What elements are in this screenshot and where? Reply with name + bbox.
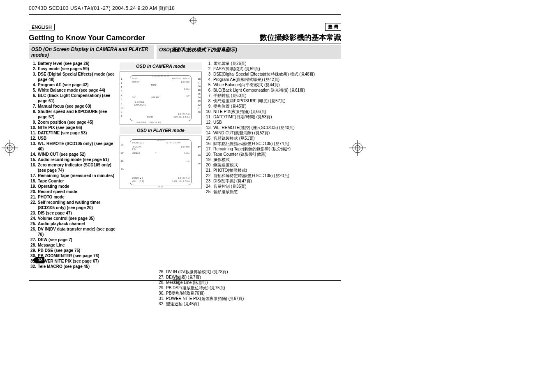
osd-label: MIRROR — [132, 81, 140, 83]
item-text: 望遠近拍 (見45頁) — [166, 301, 341, 307]
chinese-list-column: 1.電池電量 (見26頁)2.EASY(簡易)模式 (見59頁)3.DSE(Di… — [204, 61, 328, 269]
osd-label: ENTER ▲▼ — [132, 177, 143, 179]
item-text: WIND CUT(風聲消除) (見52頁) — [213, 130, 328, 136]
item-number: 15. — [29, 157, 38, 162]
list-item: 2.Easy mode (see pages 59) — [29, 66, 117, 71]
item-number: 23. — [29, 210, 38, 216]
list-item: 27.DEW (see page 7) — [29, 237, 117, 242]
item-number: 19. — [204, 157, 213, 162]
item-number: 1. — [204, 61, 213, 66]
list-item: 10.NITE PIX (see page 66) — [29, 125, 117, 130]
callout-number: 13 — [198, 100, 201, 102]
item-text: White Balance mode (see page 44) — [38, 88, 117, 93]
item-number: 3. — [204, 71, 213, 77]
list-item: 18.Tape Counter (錄影帶計數器) — [204, 152, 328, 157]
list-item: 23.DIS (see page 47) — [29, 210, 117, 216]
item-text: BLC (Back Light Compensation) (see page … — [38, 93, 117, 104]
item-number: 17. — [29, 173, 38, 178]
callout-number: 17 — [198, 81, 201, 84]
item-text: DV IN(DV data transfer mode) (see page 7… — [38, 226, 117, 237]
item-number: 13. — [204, 125, 213, 130]
list-item: 31.POWER NITE PIX(超強夜景拍攝) (見67頁) — [157, 296, 341, 301]
list-item: 22.Self recording and waiting timer (SCD… — [29, 200, 117, 210]
list-item: 14.WIND CUT(風聲消除) (見52頁) — [204, 130, 328, 136]
osd-camera-diagram: 23 32 22 21 20 19 EASY MIRROR REC ● M-0:… — [120, 71, 202, 125]
list-item: 1.Battery level (see page 26) — [29, 61, 117, 66]
item-text: 歸零點記憶指示器(僅只SCD105) (見74頁) — [213, 141, 328, 146]
callout-number: 14 — [198, 96, 201, 99]
item-text: Audio recording mode (see page 51) — [38, 157, 117, 162]
item-number: 16. — [29, 162, 38, 173]
list-item: 24.音量控制 (見35頁) — [204, 184, 328, 189]
item-number: 2. — [204, 66, 213, 71]
item-number: 6. — [29, 93, 38, 104]
item-number: 27. — [29, 237, 38, 242]
item-text: 錄製速度模式 — [213, 162, 328, 168]
list-item: 19.Operating mode — [29, 184, 117, 189]
list-item: 32.Tele MACRO (see page 45) — [29, 264, 117, 269]
osd-player-diagram: 21 20 19 SOUND [ 2 ] PB ZOOM1.2x MIRROR … — [120, 136, 202, 189]
callout-number: 6 — [121, 90, 122, 92]
item-text: PB變焦/確認(見76頁) — [166, 291, 341, 296]
callout-number: 29 — [121, 160, 124, 162]
list-item: 17.Remaining Tape (measured in minutes) — [29, 173, 117, 178]
list-item: 32.望遠近拍 (見45頁) — [157, 301, 341, 307]
list-item: 6.BLC(Back Light Compensation 逆光補償) (見61… — [204, 88, 328, 93]
item-number: 15. — [204, 136, 213, 141]
item-number: 18. — [29, 178, 38, 184]
list-item: 9.Zoom position (see page 45) — [29, 120, 117, 125]
item-text: DV IN (DV數據傳輸模式) (見78頁) — [166, 269, 341, 274]
item-number: 24. — [204, 184, 213, 189]
item-number: 26. — [157, 269, 166, 274]
item-text: WL. REMOTE(遙控) (僅只SCD105) (見40頁) — [213, 125, 328, 130]
title-chinese: 數位攝錄影機的基本常識 — [260, 32, 341, 42]
item-number: 30. — [157, 291, 166, 296]
item-text: Remaining Tape (measured in minutes) — [38, 173, 117, 178]
chinese-osd-list-bottom: 26.DV IN (DV數據傳輸模式) (見78頁)27.DEW(結露) (見7… — [157, 269, 341, 307]
item-number: 7. — [204, 93, 213, 98]
osd-label: SHUTTER EXPOSURE — [136, 121, 161, 124]
item-number: 14. — [29, 152, 38, 157]
item-number: 1. — [29, 61, 38, 66]
item-number: 27. — [157, 274, 166, 280]
item-number: 11. — [204, 114, 213, 120]
item-text: NITE PIX(夜景拍攝) (見66頁) — [213, 109, 328, 114]
item-number: 8. — [29, 109, 38, 120]
item-text: Message Line — [38, 242, 117, 248]
item-text: DATE/TIME(日期/時間) (見53頁) — [213, 114, 328, 120]
lang-taiwan-box: 臺 灣 — [325, 23, 341, 31]
osd-label: 1 6 bit — [184, 152, 189, 154]
item-text: Zoom position (see page 45) — [38, 120, 117, 125]
item-text: Shutter speed and EXPOSURE (see page 57) — [38, 109, 117, 120]
item-number: 8. — [204, 98, 213, 104]
subhead-chinese: OSD(攝影和放映模式下的螢幕顯示) — [157, 45, 341, 59]
english-osd-list: 1.Battery level (see page 26)2.Easy mode… — [29, 61, 117, 269]
callout-number: 30 — [121, 152, 124, 154]
list-item: 1.電池電量 (見26頁) — [204, 61, 328, 66]
content-columns: 1.Battery level (see page 26)2.Easy mode… — [29, 61, 341, 269]
osd-label: ■ 5 5 min — [181, 81, 189, 83]
callout-number: 2 — [121, 82, 122, 84]
list-item: 8.快門速度和EXPOSURE (曝光) (見57頁) — [204, 98, 328, 104]
osd-player-bottom-nums: 24 11 — [120, 185, 201, 188]
item-number: 20. — [204, 162, 213, 168]
item-text: DSE(Digital Special Effects數位特殊效果) 模式 (見… — [213, 71, 328, 77]
item-number: 2. — [29, 66, 38, 71]
item-text: DIS (see page 47) — [38, 210, 117, 216]
list-item: 24.Volume control (see page 35) — [29, 216, 117, 221]
item-number: 29. — [29, 248, 38, 253]
item-number: 18. — [204, 152, 213, 157]
item-text: Record speed mode — [38, 189, 117, 194]
item-number: 24. — [29, 216, 38, 221]
list-item: 6.BLC (Back Light Compensation) (see pag… — [29, 93, 117, 104]
item-text: White Balance(白平衡)模式 (見44頁) — [213, 82, 328, 88]
item-number: 26. — [29, 226, 38, 237]
osd-label: BLC — [132, 96, 136, 99]
title-english: Getting to Know Your Camcorder — [29, 34, 145, 42]
item-text: DATE/TIME (see page 53) — [38, 130, 117, 136]
item-text: Volume control (see page 35) — [38, 216, 117, 221]
item-text: Program AE (see page 42) — [38, 82, 117, 88]
item-number: 4. — [204, 77, 213, 82]
list-item: 30.PB變焦/確認(見76頁) — [157, 291, 341, 296]
item-number: 7. — [29, 104, 38, 109]
